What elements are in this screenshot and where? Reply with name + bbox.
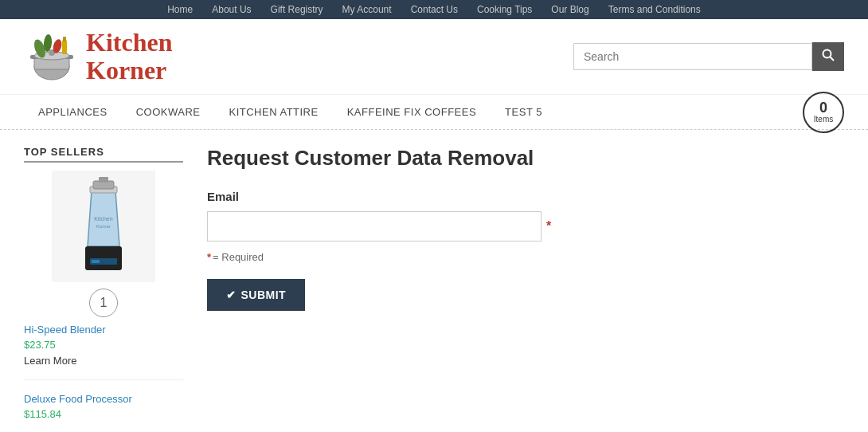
nav-my-account[interactable]: My Account (342, 4, 392, 15)
product-name[interactable]: Deluxe Food Processor (24, 393, 183, 405)
cart-label: Items (814, 115, 833, 124)
blender-image: Kitchen Korner (76, 175, 131, 278)
product-name[interactable]: Hi-Speed Blender (24, 324, 183, 336)
search-area (573, 42, 844, 71)
sidebar: TOP SELLERS (24, 146, 183, 432)
main-nav-test-5[interactable]: TEST 5 (491, 95, 557, 129)
nav-terms-and-conditions[interactable]: Terms and Conditions (608, 4, 701, 15)
product-price: $23.75 (24, 339, 183, 351)
email-label: Email (207, 190, 844, 203)
product-price: $115.84 (24, 408, 183, 420)
step-number: 1 (89, 289, 118, 317)
svg-text:Korner: Korner (96, 224, 111, 229)
top-navigation: Home About Us Gift Registry My Account C… (0, 0, 868, 19)
list-item: Kitchen Korner 1 Hi-Speed Blender $23.75… (24, 171, 183, 380)
submit-button[interactable]: ✔ SUBMIT (207, 279, 305, 311)
page-title: Request Customer Data Removal (207, 146, 844, 171)
required-note: *= Required (207, 251, 844, 263)
logo[interactable]: Kitchen Korner (24, 29, 172, 84)
product-image: Kitchen Korner (52, 171, 155, 282)
svg-line-12 (831, 57, 835, 61)
main-nav-kaffeine-fix-coffees[interactable]: KAFFEINE FIX COFFEES (333, 95, 491, 129)
required-star-note: * (207, 251, 211, 263)
main-nav-kitchen-attire[interactable]: KITCHEN ATTIRE (214, 95, 332, 129)
site-header: Kitchen Korner (0, 19, 868, 95)
svg-text:Kitchen: Kitchen (94, 216, 112, 222)
logo-text: Kitchen Korner (86, 29, 172, 84)
logo-icon (24, 29, 80, 84)
main-navigation: APPLIANCES COOKWARE KITCHEN ATTIRE KAFFE… (0, 95, 868, 130)
nav-gift-registry[interactable]: Gift Registry (271, 4, 323, 15)
submit-label: SUBMIT (241, 289, 287, 301)
list-item: Deluxe Food Processor $115.84 (24, 393, 183, 432)
svg-rect-10 (63, 37, 66, 41)
svg-rect-16 (99, 177, 108, 183)
search-button[interactable] (812, 42, 844, 71)
svg-rect-9 (62, 40, 67, 54)
cart-count: 0 (819, 100, 827, 115)
svg-point-11 (823, 50, 831, 58)
content-wrapper: TOP SELLERS (0, 130, 868, 432)
search-input[interactable] (573, 43, 812, 70)
email-field-wrap: * (207, 211, 844, 242)
learn-more-link[interactable]: Learn More (24, 355, 76, 367)
nav-home[interactable]: Home (167, 4, 193, 15)
required-star-marker: * (546, 219, 551, 234)
data-removal-form: Email * *= Required ✔ SUBMIT (207, 190, 844, 311)
main-nav-appliances[interactable]: APPLIANCES (24, 95, 122, 129)
nav-contact-us[interactable]: Contact Us (411, 4, 458, 15)
main-content: Request Customer Data Removal Email * *=… (207, 146, 844, 432)
main-nav-cookware[interactable]: COOKWARE (122, 95, 215, 129)
checkmark-icon: ✔ (226, 289, 237, 301)
nav-our-blog[interactable]: Our Blog (551, 4, 588, 15)
nav-about-us[interactable]: About Us (212, 4, 251, 15)
email-field[interactable] (207, 211, 542, 242)
sidebar-title: TOP SELLERS (24, 146, 183, 163)
nav-cooking-tips[interactable]: Cooking Tips (477, 4, 532, 15)
svg-rect-19 (92, 260, 100, 263)
cart-badge[interactable]: 0 Items (803, 92, 844, 133)
search-icon (822, 49, 835, 61)
